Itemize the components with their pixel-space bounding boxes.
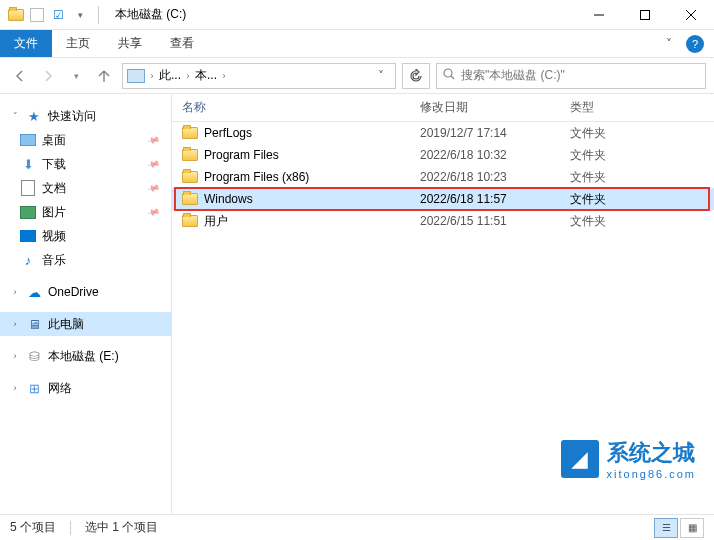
file-name: PerfLogs: [204, 126, 252, 140]
sidebar-label: 视频: [42, 228, 66, 245]
file-row[interactable]: PerfLogs 2019/12/7 17:14 文件夹: [172, 122, 714, 144]
sidebar-onedrive[interactable]: › ☁ OneDrive: [0, 280, 171, 304]
expand-icon[interactable]: ˅: [10, 111, 20, 121]
forward-button[interactable]: [36, 64, 60, 88]
drive-icon: [127, 69, 145, 83]
status-item-count: 5 个项目: [10, 519, 56, 536]
column-name[interactable]: 名称: [182, 99, 420, 116]
expand-icon[interactable]: ›: [10, 319, 20, 329]
tab-share[interactable]: 共享: [104, 30, 156, 57]
qat-checkbox[interactable]: ☑: [50, 7, 66, 23]
sidebar-item-music[interactable]: ♪ 音乐: [0, 248, 171, 272]
file-row[interactable]: Windows 2022/6/18 11:57 文件夹: [172, 188, 714, 210]
expand-icon[interactable]: ›: [10, 351, 20, 361]
titlebar: ☑ ▾ 本地磁盘 (C:): [0, 0, 714, 30]
videos-icon: [20, 228, 36, 244]
folder-icon: [8, 7, 24, 23]
sidebar-item-downloads[interactable]: ⬇ 下载: [0, 152, 171, 176]
sidebar-label: OneDrive: [48, 285, 99, 299]
sidebar-item-desktop[interactable]: 桌面: [0, 128, 171, 152]
back-button[interactable]: [8, 64, 32, 88]
search-placeholder: 搜索"本地磁盘 (C:)": [461, 67, 565, 84]
quick-access-toolbar: ☑ ▾ 本地磁盘 (C:): [0, 6, 186, 24]
sidebar-this-pc[interactable]: › 🖥 此电脑: [0, 312, 171, 336]
column-modified[interactable]: 修改日期: [420, 99, 570, 116]
close-button[interactable]: [668, 0, 714, 30]
watermark-text: 系统之城: [607, 438, 696, 468]
ribbon-tabs: 文件 主页 共享 查看 ˅ ?: [0, 30, 714, 58]
expand-icon[interactable]: ›: [10, 287, 20, 297]
breadcrumb-segment[interactable]: 此...: [157, 67, 183, 84]
pictures-icon: [20, 204, 36, 220]
tab-file[interactable]: 文件: [0, 30, 52, 57]
chevron-right-icon[interactable]: ›: [219, 71, 229, 81]
file-date: 2022/6/18 11:57: [420, 192, 570, 206]
address-bar[interactable]: › 此... › 本... › ˅: [122, 63, 396, 89]
watermark-url: xitong86.com: [607, 468, 696, 480]
file-name: 用户: [204, 213, 228, 230]
folder-icon: [182, 171, 198, 183]
icons-view-button[interactable]: ▦: [680, 518, 704, 538]
file-row[interactable]: Program Files (x86) 2022/6/18 10:23 文件夹: [172, 166, 714, 188]
sidebar-item-videos[interactable]: 视频: [0, 224, 171, 248]
music-icon: ♪: [20, 252, 36, 268]
expand-ribbon-icon[interactable]: ˅: [666, 37, 672, 51]
search-input[interactable]: 搜索"本地磁盘 (C:)": [436, 63, 706, 89]
sidebar-label: 本地磁盘 (E:): [48, 348, 119, 365]
separator: [98, 6, 99, 24]
file-date: 2019/12/7 17:14: [420, 126, 570, 140]
navigation-bar: ▾ › 此... › 本... › ˅ 搜索"本地磁盘 (C:)": [0, 58, 714, 94]
sidebar-label: 此电脑: [48, 316, 84, 333]
column-headers: 名称 修改日期 类型: [172, 94, 714, 122]
tab-view[interactable]: 查看: [156, 30, 208, 57]
breadcrumb-segment[interactable]: 本...: [193, 67, 219, 84]
sidebar-label: 下载: [42, 156, 66, 173]
file-name: Program Files (x86): [204, 170, 309, 184]
sidebar-item-pictures[interactable]: 图片: [0, 200, 171, 224]
watermark-logo-icon: ◢: [561, 440, 599, 478]
sidebar-local-disk[interactable]: › ⛁ 本地磁盘 (E:): [0, 344, 171, 368]
sidebar-label: 文档: [42, 180, 66, 197]
svg-line-5: [451, 76, 454, 79]
sidebar-quick-access[interactable]: ˅ ★ 快速访问: [0, 104, 171, 128]
qat-item[interactable]: [30, 8, 44, 22]
sidebar-label: 音乐: [42, 252, 66, 269]
view-mode-toggle: ☰ ▦: [654, 518, 704, 538]
sidebar-network[interactable]: › ⊞ 网络: [0, 376, 171, 400]
desktop-icon: [20, 132, 36, 148]
svg-rect-1: [641, 10, 650, 19]
file-name: Program Files: [204, 148, 279, 162]
address-dropdown[interactable]: ˅: [371, 69, 391, 83]
details-view-button[interactable]: ☰: [654, 518, 678, 538]
tab-home[interactable]: 主页: [52, 30, 104, 57]
document-icon: [20, 180, 36, 196]
folder-icon: [182, 193, 198, 205]
cloud-icon: ☁: [26, 284, 42, 300]
maximize-button[interactable]: [622, 0, 668, 30]
minimize-button[interactable]: [576, 0, 622, 30]
column-type[interactable]: 类型: [570, 99, 714, 116]
network-icon: ⊞: [26, 380, 42, 396]
help-icon[interactable]: ?: [686, 35, 704, 53]
refresh-button[interactable]: [402, 63, 430, 89]
up-button[interactable]: [92, 64, 116, 88]
window-controls: [576, 0, 714, 30]
download-icon: ⬇: [20, 156, 36, 172]
window-title: 本地磁盘 (C:): [115, 6, 186, 23]
file-type: 文件夹: [570, 169, 714, 186]
sidebar-label: 图片: [42, 204, 66, 221]
file-name: Windows: [204, 192, 253, 206]
status-selection: 选中 1 个项目: [85, 519, 158, 536]
chevron-right-icon[interactable]: ›: [183, 71, 193, 81]
chevron-right-icon[interactable]: ›: [147, 71, 157, 81]
file-row[interactable]: Program Files 2022/6/18 10:32 文件夹: [172, 144, 714, 166]
expand-icon[interactable]: ›: [10, 383, 20, 393]
file-date: 2022/6/15 11:51: [420, 214, 570, 228]
qat-dropdown[interactable]: ▾: [72, 7, 88, 23]
sidebar-label: 桌面: [42, 132, 66, 149]
file-row[interactable]: 用户 2022/6/15 11:51 文件夹: [172, 210, 714, 232]
sidebar-item-documents[interactable]: 文档: [0, 176, 171, 200]
recent-dropdown[interactable]: ▾: [64, 64, 88, 88]
file-date: 2022/6/18 10:23: [420, 170, 570, 184]
sidebar-label: 快速访问: [48, 108, 96, 125]
